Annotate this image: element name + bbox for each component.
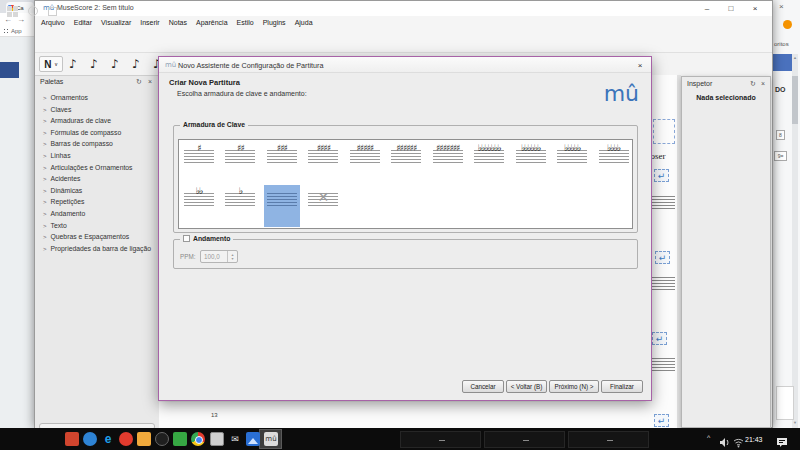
taskbar-app-red-icon[interactable] [65,432,79,446]
palette-item-armaduras[interactable]: >Armaduras de clave [35,115,159,127]
key-signature-cell[interactable]: ♯♯♯ [264,142,300,184]
menu-notas[interactable]: Notas [169,19,187,26]
palette-item-ornamentos[interactable]: >Ornamentos [35,92,159,104]
palette-item-acidentes[interactable]: >Acidentes [35,173,159,185]
palette-item-quebras[interactable]: >Quebras e Espaçamentos [35,231,159,243]
browser-close-icon[interactable]: × [779,2,784,11]
browser-scrollbar[interactable]: ▲ ▼ [792,54,798,428]
palette-item-dinamicas[interactable]: >Dinâmicas [35,185,159,197]
key-signature-cell[interactable]: ♭♭♭♭ [596,142,632,184]
clock-time[interactable]: 21:43 [745,436,763,443]
palette-item-propriedades[interactable]: >Propriedades da barra de ligação [35,243,159,255]
palette-item-andamento[interactable]: >Andamento [35,208,159,220]
taskbar-app-blue-icon[interactable] [83,432,97,446]
line-break-icon[interactable]: ↵ [654,414,669,427]
palette-item-formulas[interactable]: >Fórmulas de compasso [35,127,159,139]
palette-item-texto[interactable]: >Texto [35,220,159,232]
menu-plugins[interactable]: Plugins [263,19,286,26]
photos-app-icon[interactable] [246,432,260,446]
line-break-icon[interactable]: ↵ [654,169,669,182]
note-duration-icon[interactable]: ♪ [132,57,140,71]
key-signature-cell[interactable]: ♯♯♯♯♯ [347,142,383,184]
musescore-taskbar-icon[interactable]: mû [264,432,278,446]
taskbar-app-red2-icon[interactable] [119,432,133,446]
line-break-icon[interactable]: ↵ [655,251,670,264]
finish-button[interactable]: Finalizar [601,380,643,393]
palette-item-repeticoes[interactable]: >Repetições [35,196,159,208]
dialog-title-bar[interactable]: mû Novo Assistente de Configuração de Pa… [159,57,651,73]
forward-icon[interactable]: → [17,15,25,24]
mail-app-icon[interactable]: ✉ [228,432,242,446]
taskbar-window-button[interactable] [568,431,649,448]
menu-visualizar[interactable]: Visualizar [101,19,131,26]
key-signature-cell-open[interactable]: ✕ [305,185,341,227]
taskbar-app-window-icon[interactable] [210,432,224,446]
refresh-icon[interactable]: ↻ [136,78,142,86]
menu-ajuda[interactable]: Ajuda [295,19,313,26]
cancel-button[interactable]: Cancelar [462,380,504,393]
note-duration-icon[interactable]: ♪ [69,57,77,71]
palette-item-articulacoes[interactable]: >Articulações e Ornamentos [35,162,159,174]
tray-hidden-icons-chevron[interactable]: ^ [707,434,710,441]
menu-editar[interactable]: Editar [74,19,92,26]
key-signature-cell[interactable]: ♭♭♭♭♭♭♭ [471,142,507,184]
note-input-button[interactable]: N ∨ [39,56,63,72]
key-signature-cell[interactable]: ♭♭ [181,185,217,227]
line-break-icon[interactable]: ↵ [652,332,667,345]
bpm-spinbox[interactable]: 100,0 ▴ ▾ [200,250,238,263]
back-button[interactable]: < Voltar (B) [506,380,547,393]
action-center-icon[interactable] [776,434,788,450]
task-view-button[interactable] [48,7,57,16]
network-icon[interactable] [733,434,744,450]
panel-close-icon[interactable]: × [761,80,765,87]
file-explorer-icon[interactable] [137,432,151,446]
key-signature-cell[interactable]: ♭♭♭♭♭ [554,142,590,184]
key-signature-cell[interactable]: ♯ [181,142,217,184]
maximize-button[interactable]: □ [719,1,743,16]
chrome-browser-icon[interactable] [191,432,205,446]
edge-browser-icon[interactable]: e [101,432,115,446]
dialog-close-button[interactable]: × [634,60,646,71]
palette-item-barras[interactable]: >Barras de compasso [35,138,159,150]
key-signature-cell[interactable]: ♯♯♯♯♯♯ [388,142,424,184]
close-button[interactable]: × [743,1,767,16]
key-signature-cell[interactable]: ♯♯♯♯ [305,142,341,184]
key-signature-cell-selected[interactable] [264,185,300,227]
palette-item-linhas[interactable]: >Linhas [35,150,159,162]
minimize-button[interactable]: – [695,1,719,16]
tempo-checkbox[interactable] [183,235,190,242]
apps-shortcut-label[interactable]: App [11,28,22,34]
scroll-down-icon[interactable]: ▼ [792,420,798,425]
key-group-label: Armadura de Clave [180,121,248,128]
clock-app-icon[interactable] [155,432,169,446]
note-duration-icon[interactable]: ♪ [111,57,119,71]
start-button[interactable] [7,6,18,17]
panel-close-icon[interactable]: × [148,78,152,85]
menu-estilo[interactable]: Estilo [237,19,254,26]
spin-down-icon[interactable]: ▾ [231,257,233,261]
extension-icon[interactable] [783,20,792,29]
staff-lines [650,277,675,290]
title-bar[interactable]: mû MuseScore 2: Sem título – □ × [35,1,772,16]
scroll-up-icon[interactable]: ▲ [792,55,798,60]
taskbar-window-button[interactable] [400,431,481,448]
refresh-icon[interactable]: ↻ [750,80,756,88]
palette-item-claves[interactable]: >Claves [35,104,159,116]
key-signature-cell[interactable]: ♯♯ [222,142,258,184]
taskbar-app-green-icon[interactable] [173,432,187,446]
note-duration-icon[interactable]: ♪ [90,57,98,71]
scrollbar-thumb[interactable] [792,76,798,124]
palette-item-label: Texto [51,222,67,229]
score-page-bottom[interactable]: 13 ↵ [159,402,681,429]
next-button[interactable]: Próximo (N) > [549,380,599,393]
apps-grid-icon[interactable] [3,28,9,34]
menu-inserir[interactable]: Inserir [140,19,159,26]
taskbar-window-button[interactable] [484,431,565,448]
key-signature-cell[interactable]: ♭ [222,185,258,227]
key-signature-cell[interactable]: ♯♯♯♯♯♯♯ [430,142,466,184]
cortana-search-button[interactable] [28,6,38,16]
menu-aparencia[interactable]: Aparência [196,19,228,26]
menu-arquivo[interactable]: Arquivo [41,19,65,26]
volume-icon[interactable] [719,434,730,450]
key-signature-cell[interactable]: ♭♭♭♭♭♭ [513,142,549,184]
